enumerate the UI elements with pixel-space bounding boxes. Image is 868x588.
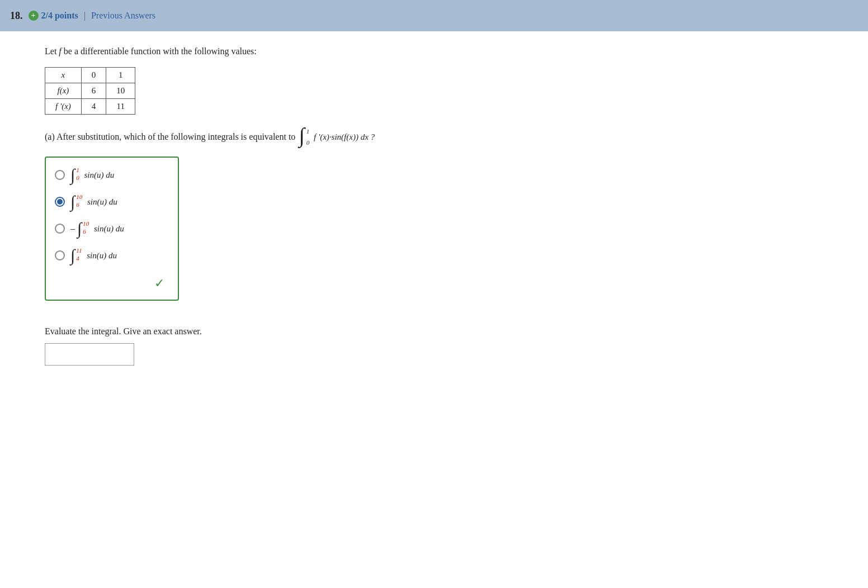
table-cell: 11 bbox=[106, 99, 135, 115]
table-cell: f(x) bbox=[45, 83, 82, 99]
check-icon: ✓ bbox=[154, 276, 164, 291]
main-lower-bound: 0 bbox=[306, 138, 310, 148]
table-row-fpx: f '(x) 4 11 bbox=[45, 99, 135, 115]
choice-3-math: – ∫ 10 6 sin(u) du bbox=[70, 220, 124, 237]
choice-1-math: ∫ 1 0 sin(u) du bbox=[70, 167, 114, 183]
choice-item-1[interactable]: ∫ 1 0 sin(u) du bbox=[55, 167, 164, 183]
table-cell: 0 bbox=[81, 68, 106, 83]
bounds-2: 10 6 bbox=[76, 193, 82, 208]
integrand-1: sin(u) du bbox=[82, 170, 115, 180]
integrand-4: sin(u) du bbox=[84, 251, 117, 260]
lower-4: 4 bbox=[76, 255, 79, 262]
choice-item-2[interactable]: ∫ 10 6 sin(u) du bbox=[55, 193, 164, 210]
upper-4: 11 bbox=[76, 247, 82, 254]
part-b-instruction: Evaluate the integral. Give an exact ans… bbox=[45, 326, 649, 336]
minus-sign-3: – bbox=[70, 224, 75, 234]
integral-symbol-1: ∫ bbox=[70, 167, 75, 183]
header-bar: 18. + 2/4 points | Previous Answers bbox=[0, 0, 868, 31]
points-text: 2/4 points bbox=[41, 11, 78, 21]
previous-answers-link[interactable]: Previous Answers bbox=[91, 11, 155, 21]
integral-symbol-4: ∫ bbox=[70, 247, 75, 264]
table-cell: 10 bbox=[106, 83, 135, 99]
points-badge: + 2/4 points bbox=[29, 11, 78, 21]
radio-choice-2[interactable] bbox=[55, 197, 65, 207]
choice-2-math: ∫ 10 6 sin(u) du bbox=[70, 193, 117, 210]
choice-item-4[interactable]: ∫ 11 4 sin(u) du bbox=[55, 247, 164, 264]
choice-item-3[interactable]: – ∫ 10 6 sin(u) du bbox=[55, 220, 164, 237]
choices-box: ∫ 1 0 sin(u) du ∫ 10 6 sin(u) du bbox=[45, 157, 179, 301]
main-integrand: f '(x)·sin(f(x)) dx ? bbox=[312, 130, 375, 144]
upper-1: 1 bbox=[76, 167, 79, 173]
main-integral-bounds: 1 0 bbox=[306, 127, 310, 148]
lower-3: 6 bbox=[83, 228, 86, 235]
table-cell: 6 bbox=[81, 83, 106, 99]
main-integral: ∫ 1 0 f '(x)·sin(f(x)) dx ? bbox=[299, 126, 375, 148]
checkmark-area: ✓ bbox=[55, 274, 164, 291]
bounds-4: 11 4 bbox=[76, 247, 82, 262]
separator: | bbox=[84, 11, 86, 21]
integral-symbol-2: ∫ bbox=[70, 193, 75, 210]
table-cell: 1 bbox=[106, 68, 135, 83]
question-number: 18. bbox=[10, 10, 23, 22]
upper-3: 10 bbox=[83, 220, 89, 227]
radio-choice-4[interactable] bbox=[55, 250, 65, 260]
integrand-3: sin(u) du bbox=[92, 224, 124, 234]
table-cell: 4 bbox=[81, 99, 106, 115]
integral-symbol-3: ∫ bbox=[77, 220, 82, 237]
table-cell: f '(x) bbox=[45, 99, 82, 115]
exact-answer-input[interactable] bbox=[45, 343, 134, 366]
problem-statement: Let f be a differentiable function with … bbox=[45, 45, 649, 58]
part-b-section: Evaluate the integral. Give an exact ans… bbox=[45, 326, 649, 366]
main-content: Let f be a differentiable function with … bbox=[0, 31, 671, 388]
radio-choice-3[interactable] bbox=[55, 224, 65, 234]
data-table: x 0 1 f(x) 6 10 f '(x) 4 11 bbox=[45, 67, 135, 115]
choice-4-math: ∫ 11 4 sin(u) du bbox=[70, 247, 117, 264]
plus-circle-icon: + bbox=[29, 11, 39, 21]
part-a-label: (a) After substitution, which of the fol… bbox=[45, 130, 295, 144]
radio-choice-1[interactable] bbox=[55, 170, 65, 180]
lower-1: 0 bbox=[76, 174, 79, 181]
upper-2: 10 bbox=[76, 193, 82, 200]
main-upper-bound: 1 bbox=[306, 127, 310, 137]
integrand-2: sin(u) du bbox=[85, 197, 117, 207]
lower-2: 6 bbox=[76, 201, 79, 208]
table-row-header: x 0 1 bbox=[45, 68, 135, 83]
bounds-3: 10 6 bbox=[83, 220, 89, 235]
table-cell: x bbox=[45, 68, 82, 83]
bounds-1: 1 0 bbox=[76, 167, 79, 181]
table-row-fx: f(x) 6 10 bbox=[45, 83, 135, 99]
radio-inner-2 bbox=[57, 199, 63, 205]
part-a-question: (a) After substitution, which of the fol… bbox=[45, 126, 649, 148]
